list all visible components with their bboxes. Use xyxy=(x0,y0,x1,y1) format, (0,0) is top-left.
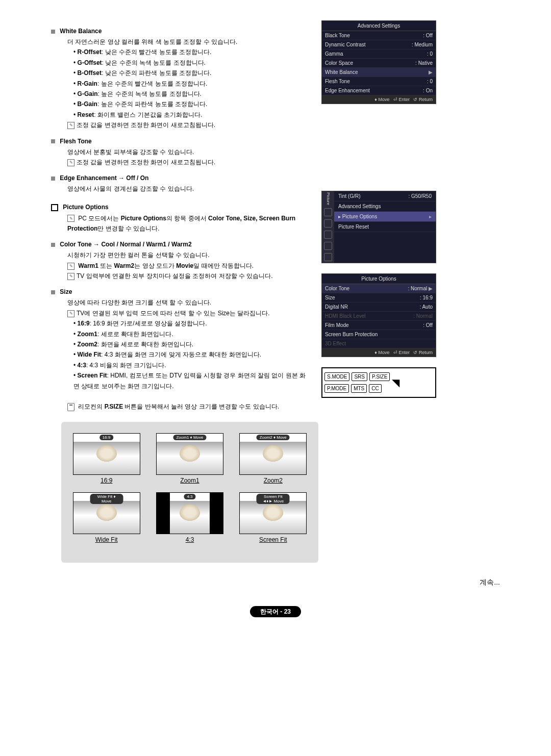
thumb-wide-fit: Wide Fit ♦ Move Wide Fit xyxy=(72,492,140,543)
left-column: White Balance 더 자연스러운 영상 컬러를 위해 색 농도를 조정… xyxy=(51,20,311,412)
osd3-row-3: HDMI Black Level: Normal xyxy=(322,312,436,321)
remote-btn-cc: CC xyxy=(369,384,381,393)
osd2-row-0: Tint (G/R): G50/R50 xyxy=(334,191,436,201)
osd1-footer: ♦ Move ⏎ Enter ↺ Return xyxy=(322,95,436,104)
osd1-row-2: Gamma: 0 xyxy=(322,49,436,59)
wb-item-5: B-Gain: 높은 수준의 파란색 농도를 조정합니다. xyxy=(73,99,311,109)
menu-icon xyxy=(324,208,332,216)
osd3-row-5: Screen Burn Protection xyxy=(322,330,436,339)
osd3-row-4: Film Mode: Off xyxy=(322,321,436,330)
osd3-row-1: Size: 16:9 xyxy=(322,293,436,303)
osd3-row-2: Digital NR: Auto xyxy=(322,303,436,312)
right-column: Advanced Settings Black Tone: Off Dynami… xyxy=(321,20,436,412)
note-icon: ✎ xyxy=(67,263,74,270)
osd1-row-0: Black Tone: Off xyxy=(322,31,436,40)
wb-item-6: Reset: 화이트 밸런스 기본값을 초기화합니다. xyxy=(73,110,311,120)
remote-btn-srs: SRS xyxy=(352,372,367,381)
osd2-sidebar: Picture xyxy=(322,191,334,263)
thumb-16-9: 16:9 16:9 xyxy=(72,433,140,484)
bullet-icon xyxy=(51,177,55,181)
osd3-row-6: 3D Effect xyxy=(322,339,436,348)
flesh-tone-title: Flesh Tone xyxy=(60,138,91,145)
size-item-5: Screen Fit: HDMI, 컴포넌트 또는 DTV 입력을 시청할 경우… xyxy=(73,370,311,391)
size-desc: 영상에 따라 다양한 화면 크기를 선택 할 수 있습니다. xyxy=(67,297,311,308)
note-icon: ✎ xyxy=(67,122,74,129)
osd-advanced-settings: Advanced Settings Black Tone: Off Dynami… xyxy=(321,20,436,104)
color-tone-note1: ✎ Warm1 또는 Warm2는 영상 모드가 Movie일 때에만 작동합니… xyxy=(67,261,311,271)
wb-item-3: R-Gain: 높은 수준의 빨간색 농도를 조정합니다. xyxy=(73,79,311,89)
thumb-tag: Zoom2 ♦ Move xyxy=(257,435,290,440)
osd1-row-5: Flesh Tone: 0 xyxy=(322,77,436,86)
thumb-caption: Zoom2 xyxy=(239,477,307,484)
white-balance-title: White Balance xyxy=(60,28,102,35)
osd1-row-4: White Balance▶ xyxy=(322,68,436,77)
edge-enhancement-desc: 영상에서 사물의 경계선을 강조할 수 있습니다. xyxy=(67,184,311,194)
wb-item-2: B-Offset: 낮은 수준의 파란색 농도를 조정합니다. xyxy=(73,68,311,78)
osd1-row-6: Edge Enhancement: On xyxy=(322,86,436,95)
thumb-caption: Zoom1 xyxy=(156,477,223,484)
size-item-3: Wide Fit: 4:3 화면을 화면 크기에 맞게 자동으로 확대한 화면입… xyxy=(73,349,311,360)
size-item-0: 16:9: 16:9 화면 가로/세로로 영상을 설정합니다. xyxy=(73,318,311,329)
osd2-sidebar-label: Picture xyxy=(326,192,331,205)
bullet-icon xyxy=(51,30,55,34)
edge-enhancement-heading: Edge Enhancement → Off / On xyxy=(51,174,311,182)
note-icon: ✎ xyxy=(67,310,74,317)
osd2-row-3: Picture Reset xyxy=(334,222,436,232)
white-balance-desc: 더 자연스러운 영상 컬러를 위해 색 농도를 조정할 수 있습니다. xyxy=(67,37,311,47)
osd1-title: Advanced Settings xyxy=(322,21,436,31)
chevron-right-icon: ▶ xyxy=(429,286,433,291)
chevron-right-icon: ▶ xyxy=(429,69,433,75)
size-item-1: Zoom1: 세로로 확대한 화면입니다. xyxy=(73,329,311,339)
osd2-row-2: ▸ Picture Options▸ xyxy=(334,212,436,222)
thumb-tag: Wide Fit ♦ Move xyxy=(90,494,123,504)
thumb-tag: Screen Fit ◄♦► Move xyxy=(257,494,290,504)
osd1-row-1: Dynamic Contrast: Medium xyxy=(322,40,436,49)
size-thumbnails-grid: 16:9 16:9 Zoom1 ♦ Move Zoom1 Zoom2 ♦ Mov… xyxy=(61,422,318,563)
thumb-4-3: 4:3 4:3 xyxy=(156,492,223,543)
flesh-tone-note: ✎조정 값을 변경하면 조정한 화면이 새로고침됩니다. xyxy=(67,157,311,167)
color-tone-desc: 시청하기 가장 편안한 컬러 톤을 선택할 수 있습니다. xyxy=(67,250,311,260)
picture-options-title: Picture Options xyxy=(63,204,108,211)
menu-icon xyxy=(324,253,332,261)
thumb-tag: 16:9 xyxy=(99,435,114,440)
osd3-row-0: Color Tone: Normal ▶ xyxy=(322,284,436,293)
edge-enhancement-title: Edge Enhancement → Off / On xyxy=(60,174,148,182)
thumb-tag: Zoom1 ♦ Move xyxy=(173,435,206,440)
thumb-caption: 4:3 xyxy=(156,536,223,543)
size-heading: Size xyxy=(51,288,311,295)
note-icon: ✎ xyxy=(67,215,74,222)
osd1-row-3: Color Space: Native xyxy=(322,59,436,68)
bullet-icon xyxy=(51,243,55,247)
wb-item-1: G-Offset: 낮은 수준의 녹색 농도를 조정합니다. xyxy=(73,58,311,68)
chevron-right-icon: ▸ xyxy=(429,214,432,219)
menu-icon xyxy=(324,242,332,250)
square-bullet-icon xyxy=(51,204,58,211)
size-item-2: Zoom2: 화면을 세로로 확대한 화면입니다. xyxy=(73,339,311,349)
page-number: 한국어 - 23 xyxy=(250,606,301,617)
size-remote-note: 리모컨의 P.SIZE 버튼을 반복해서 눌러 영상 크기를 변경할 수도 있습… xyxy=(67,401,311,412)
remote-btn-psize: P.SIZE xyxy=(369,372,390,381)
remote-illustration: S.MODE SRS P.SIZE P.MODE MTS CC ◥ xyxy=(321,367,436,398)
thumb-caption: 16:9 xyxy=(72,477,140,484)
size-note1: ✎TV에 연결된 외부 입력 모드에 따라 선택 할 수 있는 Size는 달라… xyxy=(67,308,311,318)
flesh-tone-heading: Flesh Tone xyxy=(51,138,311,145)
wb-item-4: G-Gain: 높은 수준의 녹색 농도를 조정합니다. xyxy=(73,89,311,99)
note-icon: ✎ xyxy=(67,273,74,280)
white-balance-heading: White Balance xyxy=(51,28,311,35)
bullet-icon xyxy=(51,139,55,143)
continue-text: 계속... xyxy=(51,578,500,587)
bullet-icon xyxy=(51,290,55,294)
osd3-footer: ♦ Move ⏎ Enter ↺ Return xyxy=(322,348,436,357)
thumb-screen-fit: Screen Fit ◄♦► Move Screen Fit xyxy=(239,492,307,543)
picture-options-note: ✎ PC 모드에서는 Picture Options의 항목 중에서 Color… xyxy=(67,213,311,234)
osd3-title: Picture Options xyxy=(322,274,436,284)
color-tone-title: Color Tone → Cool / Normal / Warm1 / War… xyxy=(60,241,191,248)
osd-picture-menu: Picture Tint (G/R): G50/R50 Advanced Set… xyxy=(321,191,436,263)
thumb-zoom1: Zoom1 ♦ Move Zoom1 xyxy=(156,433,223,484)
thumb-zoom2: Zoom2 ♦ Move Zoom2 xyxy=(239,433,307,484)
osd-picture-options: Picture Options Color Tone: Normal ▶ Siz… xyxy=(321,273,436,357)
osd2-row-1: Advanced Settings xyxy=(334,201,436,212)
remote-icon xyxy=(67,403,74,411)
menu-icon xyxy=(324,231,332,239)
note-icon: ✎ xyxy=(67,159,74,166)
